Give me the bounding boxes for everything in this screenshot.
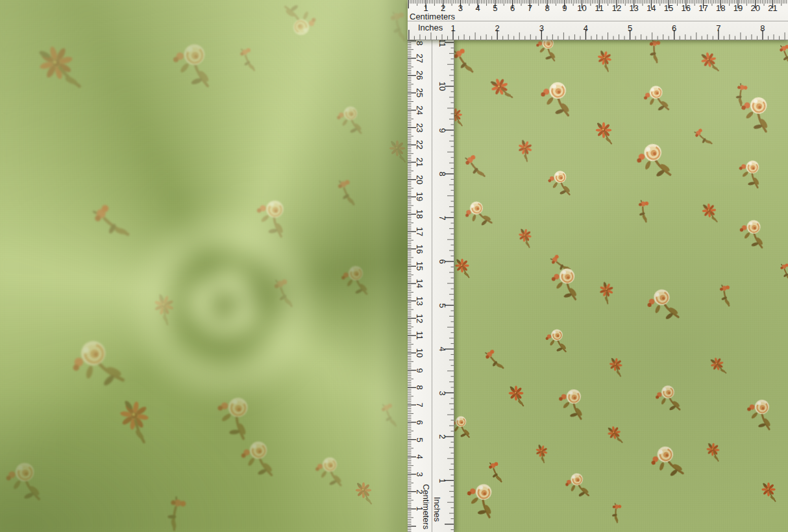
flower-rose xyxy=(234,432,284,485)
v-cm-number: 10 xyxy=(415,348,424,357)
flower-daisy xyxy=(500,381,532,414)
flower-daisy xyxy=(380,135,408,170)
h-inch-number: 3 xyxy=(533,24,550,32)
v-cm-number: 20 xyxy=(415,175,424,184)
flower-bud xyxy=(771,257,788,288)
flower-daisy xyxy=(585,43,622,80)
horizontal-centimeters-label: Centimeters xyxy=(410,12,455,21)
flower-bud xyxy=(471,337,516,384)
flower-bud xyxy=(449,142,498,193)
flower-rose xyxy=(540,323,573,358)
h-cm-number: 18 xyxy=(712,4,729,12)
flower-rose xyxy=(273,0,326,47)
flower-rose xyxy=(541,258,591,309)
flower-rose xyxy=(531,71,583,126)
flower-daisy xyxy=(524,438,556,471)
flower-daisy xyxy=(98,386,169,459)
h-cm-number: 14 xyxy=(643,4,659,12)
vertical-centimeters-label: Centimeters xyxy=(422,484,430,529)
h-cm-number: 9 xyxy=(556,4,573,12)
h-inch-number: 5 xyxy=(622,24,639,32)
h-cm-number: 4 xyxy=(469,4,486,12)
h-cm-number: 8 xyxy=(539,4,556,12)
v-cm-number: 27 xyxy=(415,53,424,62)
v-cm-number: 8 xyxy=(415,385,424,390)
v-cm-number: 19 xyxy=(415,192,424,201)
v-cm-number: 13 xyxy=(415,296,424,306)
flower-rose xyxy=(331,99,371,141)
flower-rose xyxy=(335,258,376,302)
h-cm-number: 20 xyxy=(747,4,764,12)
v-inch-number: 1 xyxy=(438,478,447,483)
h-cm-number: 13 xyxy=(626,4,643,12)
v-cm-number: 11 xyxy=(415,331,424,340)
flower-rose xyxy=(309,450,351,494)
h-inch-number: 6 xyxy=(666,24,683,32)
h-cm-number: 12 xyxy=(608,4,625,12)
flower-rose xyxy=(241,186,303,250)
horizontal-inches-label: Inches xyxy=(418,23,443,32)
v-inch-number: 10 xyxy=(438,82,447,91)
flower-bud xyxy=(704,274,744,316)
flower-bud xyxy=(478,455,511,490)
flower-rose xyxy=(737,389,785,439)
flower-daisy xyxy=(347,477,380,512)
flower-bud xyxy=(769,38,788,73)
v-cm-number: 21 xyxy=(415,158,424,167)
flower-daisy xyxy=(14,26,102,117)
floral-print-layer xyxy=(408,0,788,532)
h-cm-number: 10 xyxy=(573,4,590,12)
v-cm-number: 6 xyxy=(415,420,424,424)
horizontal-ruler: 123456789101112131415161718192021 123456… xyxy=(408,0,788,40)
v-cm-number: 5 xyxy=(415,437,424,442)
flower-rose xyxy=(454,189,502,239)
v-cm-number: 26 xyxy=(415,71,424,80)
v-inch-number: 4 xyxy=(438,346,447,351)
v-inch-number: 6 xyxy=(438,259,447,263)
h-cm-number: 6 xyxy=(504,4,521,12)
flower-bud xyxy=(596,492,635,532)
flower-daisy xyxy=(701,350,735,384)
v-cm-number: 4 xyxy=(415,455,424,459)
flower-bud xyxy=(369,395,407,435)
h-cm-number: 17 xyxy=(695,4,712,12)
flower-bud xyxy=(228,40,265,79)
flower-daisy xyxy=(698,437,727,468)
v-inch-number: 3 xyxy=(438,391,447,395)
flower-daisy xyxy=(135,282,189,338)
flower-rose xyxy=(636,276,691,333)
v-cm-number: 16 xyxy=(415,244,424,253)
flower-bud xyxy=(681,117,723,160)
flower-bud xyxy=(371,0,408,54)
v-inch-number: 7 xyxy=(438,215,447,220)
h-inch-number: 4 xyxy=(577,24,594,32)
flower-daisy xyxy=(509,223,541,256)
h-cm-number: 11 xyxy=(591,4,608,12)
v-cm-number: 14 xyxy=(415,279,424,288)
flower-daisy xyxy=(754,478,783,509)
flower-rose xyxy=(548,378,597,429)
floral-print-layer xyxy=(0,0,408,532)
h-inch-number: 1 xyxy=(445,24,462,32)
flower-daisy xyxy=(585,273,625,313)
h-inch-number: 8 xyxy=(754,24,771,32)
flower-bud xyxy=(325,171,366,215)
flower-rose xyxy=(731,211,774,257)
h-cm-number: 16 xyxy=(678,4,695,12)
flower-rose xyxy=(635,77,678,121)
fabric-product-photo: 2827262524232221201918171615141312111098… xyxy=(0,0,788,532)
v-cm-number: 7 xyxy=(415,402,424,407)
v-cm-number: 23 xyxy=(415,123,424,132)
flower-rose xyxy=(648,377,689,420)
v-cm-number: 3 xyxy=(415,472,424,476)
h-inch-number: 7 xyxy=(710,24,727,32)
v-cm-number: 17 xyxy=(415,227,424,236)
horizontal-ruler-divider xyxy=(408,21,788,21)
flower-rose xyxy=(543,164,578,202)
flower-daisy xyxy=(599,420,631,453)
h-cm-number: 15 xyxy=(660,4,677,12)
flower-daisy xyxy=(600,352,630,384)
flower-daisy xyxy=(504,132,543,171)
h-cm-number: 21 xyxy=(764,4,781,12)
flower-rose xyxy=(160,30,226,99)
